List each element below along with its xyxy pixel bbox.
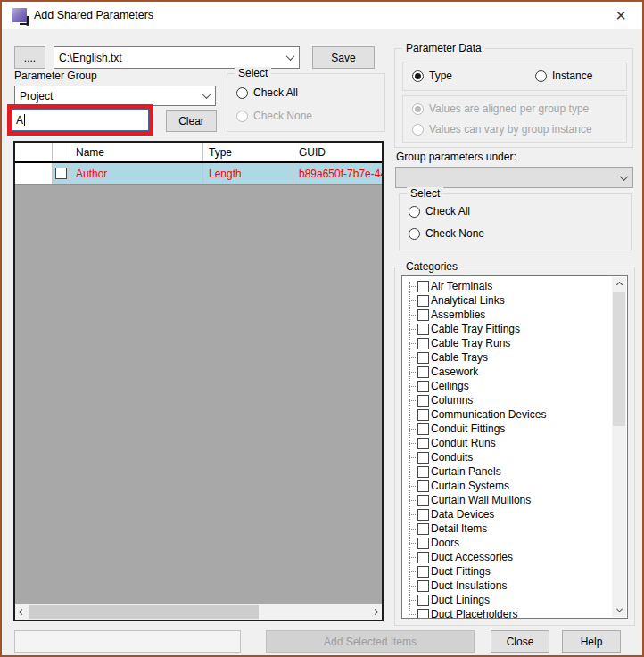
select-group-left: Select Check All Check None [227, 73, 385, 132]
vertical-scroll-thumb[interactable] [613, 292, 625, 426]
clear-button[interactable]: Clear [166, 110, 217, 132]
tree-connector [409, 614, 417, 615]
scroll-down-icon[interactable] [612, 603, 626, 617]
check-all-radio-right[interactable] [409, 206, 420, 218]
close-icon[interactable]: × [607, 3, 635, 28]
category-checkbox[interactable] [417, 381, 429, 392]
row-checkbox[interactable] [55, 168, 67, 179]
check-all-radio-left[interactable] [236, 87, 248, 99]
category-checkbox[interactable] [417, 295, 429, 307]
check-none-label-right: Check None [425, 227, 484, 240]
categories-list[interactable]: Air TerminalsAnalytical LinksAssembliesC… [401, 275, 628, 619]
tree-connector [409, 429, 417, 430]
header-guid[interactable]: GUID [293, 143, 382, 161]
check-all-label-left: Check All [253, 86, 298, 99]
category-label: Analytical Links [431, 294, 505, 307]
category-checkbox[interactable] [417, 523, 429, 535]
parameter-filter-input[interactable]: A [12, 109, 149, 131]
tree-connector [409, 315, 417, 316]
header-name[interactable]: Name [70, 143, 203, 161]
group-parameters-under-combo[interactable] [395, 167, 633, 188]
row-name-cell[interactable]: Author [70, 163, 203, 184]
category-item: Duct Fittings [406, 564, 611, 579]
category-checkbox[interactable] [417, 566, 429, 578]
type-radio[interactable] [412, 70, 424, 82]
row-type-cell[interactable]: Length [203, 163, 293, 184]
category-checkbox[interactable] [417, 281, 429, 292]
tree-connector [409, 443, 417, 444]
row-checkbox-cell [53, 163, 70, 184]
category-item: Detail Items [406, 521, 611, 536]
check-none-radio-right[interactable] [409, 228, 420, 240]
category-label: Duct Insulations [431, 579, 507, 592]
category-checkbox[interactable] [417, 409, 429, 421]
category-checkbox[interactable] [417, 452, 429, 464]
category-checkbox[interactable] [417, 609, 429, 619]
scroll-left-icon[interactable] [15, 604, 29, 620]
category-label: Cable Trays [431, 351, 488, 364]
file-path-combo[interactable]: C:\English.txt [54, 46, 300, 69]
category-checkbox[interactable] [417, 438, 429, 449]
category-checkbox[interactable] [417, 366, 429, 378]
category-checkbox[interactable] [417, 480, 429, 492]
category-checkbox[interactable] [417, 338, 429, 349]
vertical-scrollbar[interactable] [612, 277, 626, 617]
select-group-left-title: Select [235, 67, 271, 79]
category-checkbox[interactable] [417, 352, 429, 364]
category-checkbox[interactable] [417, 595, 429, 606]
titlebar: Add Shared Parameters × [2, 2, 642, 29]
horizontal-scrollbar[interactable] [15, 604, 382, 620]
footer-blank-button [14, 630, 241, 653]
save-button[interactable]: Save [312, 46, 375, 69]
tree-connector [409, 415, 417, 415]
category-checkbox[interactable] [417, 324, 429, 335]
values-vary-label: Values can vary by group instance [429, 123, 592, 136]
category-label: Columns [431, 394, 473, 407]
close-button[interactable]: Close [491, 630, 549, 653]
tree-connector [409, 557, 417, 558]
header-row-selector [15, 143, 53, 161]
horizontal-scroll-thumb[interactable] [29, 605, 259, 619]
category-checkbox[interactable] [417, 466, 429, 478]
category-label: Assemblies [431, 308, 485, 321]
category-checkbox[interactable] [417, 309, 429, 321]
row-selector-cell[interactable] [15, 163, 53, 184]
category-label: Curtain Wall Mullions [431, 494, 531, 506]
browse-button[interactable]: .... [14, 46, 45, 69]
header-type[interactable]: Type [203, 143, 293, 161]
help-button[interactable]: Help [562, 630, 621, 653]
check-none-label-left: Check None [253, 110, 312, 122]
scroll-up-icon[interactable] [612, 277, 626, 292]
category-checkbox[interactable] [417, 395, 429, 407]
category-item: Duct Insulations [406, 579, 611, 593]
category-item: Conduits [406, 450, 611, 464]
category-checkbox[interactable] [417, 423, 429, 435]
instance-radio[interactable] [535, 70, 547, 82]
parameter-group-combo[interactable]: Project [14, 86, 216, 106]
table-row[interactable]: Author Length b89a650f-7b7e-44ff-8 [15, 163, 382, 185]
parameter-data-title: Parameter Data [402, 42, 485, 54]
categories-items: Air TerminalsAnalytical LinksAssembliesC… [406, 279, 611, 618]
tree-connector [409, 343, 417, 344]
category-checkbox[interactable] [417, 580, 429, 592]
category-checkbox[interactable] [417, 509, 429, 521]
category-checkbox[interactable] [417, 538, 429, 549]
scroll-right-icon[interactable] [368, 604, 382, 620]
category-item: Doors [406, 536, 611, 550]
category-label: Curtain Panels [431, 465, 501, 478]
category-item: Data Devices [406, 507, 611, 521]
category-item: Communication Devices [406, 407, 611, 422]
category-checkbox[interactable] [417, 552, 429, 563]
category-item: Cable Tray Runs [406, 336, 611, 350]
category-label: Duct Placeholders [431, 608, 517, 618]
parameter-group-label: Parameter Group [14, 70, 97, 82]
category-label: Duct Linings [431, 594, 490, 606]
category-item: Ceilings [406, 379, 611, 393]
tree-connector [409, 514, 417, 515]
category-checkbox[interactable] [417, 495, 429, 506]
tree-connector [409, 286, 417, 287]
row-guid-cell[interactable]: b89a650f-7b7e-44ff-8 [293, 163, 382, 184]
group-values-panel: Values are aligned per group type Values… [402, 95, 627, 143]
check-none-radio-left [236, 111, 248, 122]
tree-connector [409, 500, 417, 501]
